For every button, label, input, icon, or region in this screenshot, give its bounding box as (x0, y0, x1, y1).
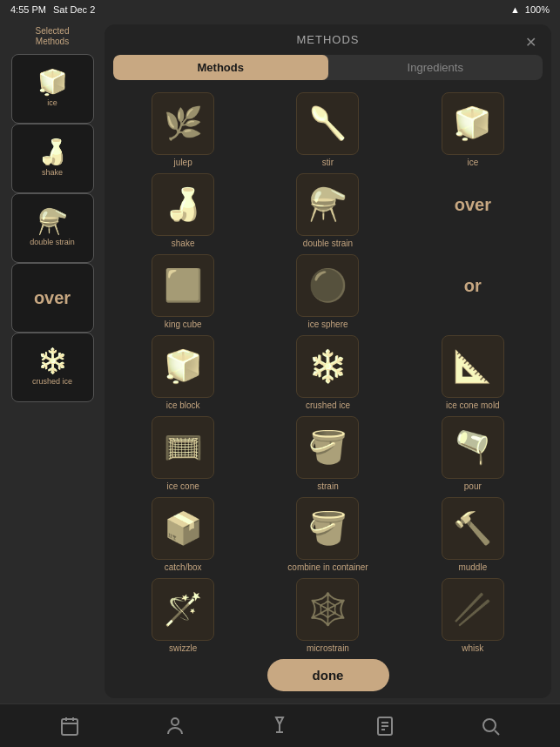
sidebar-item-double-strain[interactable]: ⚗️ double strain (11, 193, 94, 263)
status-time: 4:55 PM (10, 4, 46, 15)
methods-row-0: 🌿 julep 🥄 stir 🧊 ice (113, 92, 543, 168)
sidebar-item-icon-ice: 🧊 (37, 71, 68, 95)
method-icon-catch-box: 📦 (152, 497, 214, 560)
method-label-king-cube: king cube (165, 320, 202, 330)
nav-search[interactable] (480, 716, 501, 737)
method-icon-stir: 🥄 (296, 92, 359, 155)
sidebar-item-over[interactable]: over (11, 263, 94, 333)
status-bar: 4:55 PM Sat Dec 2 ▲ 100% (0, 0, 560, 19)
nav-user[interactable] (165, 716, 186, 737)
methods-row-3: 🧊 ice block ❄️ crushed ice 📐 ice cone mo… (113, 335, 543, 411)
sidebar-item-icon-shake: 🍶 (37, 140, 68, 165)
method-item-double-strain[interactable]: ⚗️ double strain (258, 173, 397, 249)
method-item-julep[interactable]: 🌿 julep (113, 92, 253, 168)
method-emoji-crushed-ice: ❄️ (308, 348, 347, 385)
sidebar-item-label-crushed-ice: crushed ice (32, 377, 72, 386)
method-icon-strain: 🪣 (296, 416, 359, 479)
method-item-ice-cone-mold[interactable]: 📐 ice cone mold (403, 335, 543, 411)
methods-row-4: 🥅 ice cone 🪣 strain 🫗 pour (113, 416, 543, 492)
method-item-strain[interactable]: 🪣 strain (258, 416, 397, 492)
method-item-shake[interactable]: 🍶 shake (113, 173, 253, 249)
method-icon-swizzle: 🪄 (152, 578, 214, 641)
method-label-double-strain: double strain (303, 239, 353, 249)
sidebar-item-label-ice: ice (47, 98, 57, 107)
method-icon-double-strain: ⚗️ (296, 173, 359, 236)
method-icon-muddle: 🔨 (442, 497, 504, 560)
method-label-muddle: muddle (458, 562, 487, 573)
method-label-ice-cone: ice cone (167, 481, 199, 492)
status-date: Sat Dec 2 (53, 4, 95, 15)
method-item-muddle[interactable]: 🔨 muddle (403, 497, 543, 573)
method-label-whisk: whisk (462, 643, 483, 652)
method-emoji-king-cube: 🟫 (164, 267, 203, 304)
method-emoji-microstrain: 🕸️ (308, 591, 347, 628)
method-item-stir[interactable]: 🥄 stir (258, 92, 397, 168)
sidebar: Selected Methods 🧊 ice 🍶 shake ⚗️ double… (0, 19, 105, 703)
method-item-or[interactable]: or (403, 254, 543, 317)
nav-cocktail[interactable] (269, 716, 290, 737)
done-button[interactable]: done (267, 659, 389, 691)
method-emoji-swizzle: 🪄 (164, 591, 203, 628)
method-icon-pour: 🫗 (442, 416, 504, 479)
tab-ingredients[interactable]: Ingredients (328, 55, 543, 80)
method-icon-microstrain: 🕸️ (296, 578, 359, 641)
method-icon-ice-sphere: ⚫ (296, 254, 359, 317)
nav-notes[interactable] (374, 716, 395, 737)
sidebar-item-ice[interactable]: 🧊 ice (11, 54, 94, 124)
methods-row-5: 📦 catch/box 🪣 combine in container 🔨 mud… (113, 497, 543, 573)
method-label-strain: strain (317, 481, 338, 492)
method-emoji-pour: 🫗 (453, 429, 492, 466)
method-label-microstrain: microstrain (307, 643, 349, 652)
method-item-pour[interactable]: 🫗 pour (403, 416, 543, 492)
method-label-catch-box: catch/box (165, 562, 202, 573)
method-item-microstrain[interactable]: 🕸️ microstrain (258, 578, 397, 652)
method-icon-king-cube: 🟫 (152, 254, 214, 317)
method-emoji-ice-sphere: ⚫ (308, 267, 347, 304)
method-label-shake: shake (172, 239, 195, 249)
methods-row-1: 🍶 shake ⚗️ double strain over (113, 173, 543, 249)
sidebar-item-shake[interactable]: 🍶 shake (11, 124, 94, 193)
method-label-ice-cone-mold: ice cone mold (446, 400, 500, 411)
method-item-combine-in-container[interactable]: 🪣 combine in container (258, 497, 397, 573)
method-item-ice[interactable]: 🧊 ice (403, 92, 543, 168)
methods-rows-container: 🌿 julep 🥄 stir 🧊 ice 🍶 shake (113, 92, 543, 652)
modal-header: METHODS ✕ (105, 24, 551, 55)
method-icon-crushed-ice: ❄️ (296, 335, 359, 398)
modal-panel: METHODS ✕ Methods Ingredients 🌿 julep 🥄 … (105, 24, 551, 698)
nav-calendar[interactable] (59, 716, 80, 737)
method-item-ice-block[interactable]: 🧊 ice block (113, 335, 253, 411)
svg-rect-0 (62, 719, 78, 735)
bottom-nav (0, 703, 560, 747)
wifi-icon: ▲ (510, 4, 520, 15)
svg-line-12 (495, 730, 499, 735)
method-emoji-ice-cone: 🥅 (164, 429, 203, 466)
sidebar-items-container: 🧊 ice 🍶 shake ⚗️ double strain over ❄️ c… (11, 54, 94, 402)
method-item-king-cube[interactable]: 🟫 king cube (113, 254, 253, 330)
method-label-crushed-ice: crushed ice (306, 400, 350, 411)
method-emoji-ice: 🧊 (453, 105, 492, 142)
method-icon-ice-cone-mold: 📐 (442, 335, 504, 398)
methods-row-2: 🟫 king cube ⚫ ice sphere or (113, 254, 543, 330)
method-item-crushed-ice[interactable]: ❄️ crushed ice (258, 335, 397, 411)
method-emoji-julep: 🌿 (164, 105, 203, 142)
main-container: Selected Methods 🧊 ice 🍶 shake ⚗️ double… (0, 19, 560, 703)
method-item-over[interactable]: over (403, 173, 543, 236)
method-item-swizzle[interactable]: 🪄 swizzle (113, 578, 253, 652)
method-label-ice-block: ice block (166, 400, 200, 411)
sidebar-item-crushed-ice[interactable]: ❄️ crushed ice (11, 333, 94, 402)
close-button[interactable]: ✕ (520, 31, 541, 52)
method-icon-ice: 🧊 (442, 92, 504, 155)
method-item-ice-sphere[interactable]: ⚫ ice sphere (258, 254, 397, 330)
tabs-container: Methods Ingredients (113, 55, 543, 80)
method-emoji-muddle: 🔨 (453, 510, 492, 547)
method-label-swizzle: swizzle (169, 643, 197, 652)
method-label-stir: stir (322, 158, 334, 168)
tab-methods[interactable]: Methods (113, 55, 328, 80)
battery-label: 100% (525, 4, 550, 15)
method-emoji-combine-in-container: 🪣 (308, 510, 347, 547)
method-icon-shake: 🍶 (152, 173, 214, 236)
method-text-or: or (442, 254, 504, 317)
method-item-ice-cone[interactable]: 🥅 ice cone (113, 416, 253, 492)
method-item-catch-box[interactable]: 📦 catch/box (113, 497, 253, 573)
method-item-whisk[interactable]: 🥢 whisk (403, 578, 543, 652)
